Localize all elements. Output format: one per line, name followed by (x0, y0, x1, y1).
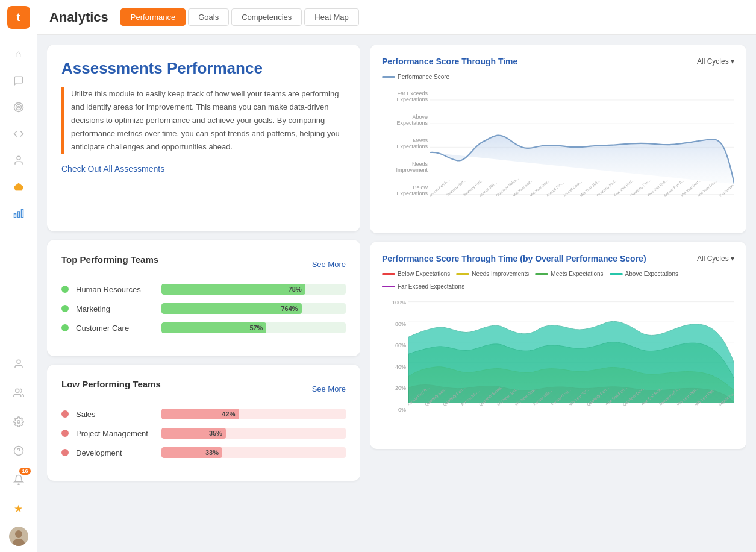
right-column: Performance Score Through Time All Cycle… (370, 45, 746, 542)
tab-heatmap[interactable]: Heat Map (304, 8, 358, 26)
low-teams-header: Low Performing Teams See More (61, 379, 346, 399)
chart2-legend: Below Expectations Needs Improvements Me… (382, 271, 734, 290)
top-teams-header: Top Performing Teams See More (61, 254, 346, 274)
low-teams-see-more[interactable]: See More (312, 384, 346, 394)
user-avatar[interactable] (9, 527, 28, 546)
team-mgmt-icon[interactable] (8, 382, 30, 404)
team-dot-pm (61, 430, 69, 437)
y-label-above: AboveExpectations (382, 114, 428, 127)
legend-below-label: Below Expectations (398, 271, 450, 277)
header: Analytics Performance Goals Competencies… (37, 0, 756, 35)
low-teams-card: Low Performing Teams See More Sales 42% … (47, 365, 360, 481)
svg-point-1 (16, 105, 21, 110)
legend-item-meets: Meets Expectations (535, 271, 603, 277)
y2-label-40: 40% (382, 364, 406, 370)
y2-label-0: 0% (382, 407, 406, 413)
notifications-icon[interactable]: 16 (8, 469, 30, 491)
chart1-legend: Performance Score (382, 74, 734, 80)
user-profile-icon[interactable] (8, 353, 30, 375)
chart2-area: 100% 80% 60% 40% 20% 0% (382, 296, 734, 437)
progress-label-mkt: 764% (281, 305, 298, 312)
top-teams-card: Top Performing Teams See More Human Reso… (47, 240, 360, 356)
progress-bg-hr: 78% (161, 284, 346, 295)
low-teams-title: Low Performing Teams (61, 379, 161, 389)
legend-below-line (382, 273, 395, 275)
team-dot-mkt (61, 305, 69, 312)
top-teams-title: Top Performing Teams (61, 254, 158, 265)
legend-above-label: Above Expectations (625, 271, 678, 277)
chart1-area: Far ExceedsExpectations AboveExpectation… (382, 86, 734, 221)
y2-label-100: 100% (382, 300, 406, 306)
team-name-hr: Human Resources (76, 285, 154, 294)
progress-bg-mkt: 764% (161, 303, 346, 314)
svg-rect-7 (17, 212, 19, 218)
legend-item-below: Below Expectations (382, 271, 450, 277)
tab-competencies[interactable]: Competencies (231, 8, 302, 26)
team-row: Project Management 35% (61, 428, 346, 439)
top-teams-see-more[interactable]: See More (312, 260, 346, 269)
legend-item-needs: Needs Improvements (456, 271, 529, 277)
progress-fill-dev: 33% (161, 447, 222, 458)
y2-label-80: 80% (382, 321, 406, 327)
chart2-title: Performance Score Through Time (by Overa… (382, 254, 646, 263)
chat-icon[interactable] (8, 70, 30, 92)
progress-fill-pm: 35% (161, 428, 226, 439)
team-row: Human Resources 78% (61, 284, 346, 295)
chart2-filter[interactable]: All Cycles ▾ (697, 254, 734, 263)
tab-goals[interactable]: Goals (188, 8, 229, 26)
check-out-link[interactable]: Check Out All Assessments (61, 164, 164, 174)
notification-count: 16 (19, 468, 30, 475)
app-logo[interactable]: t (7, 6, 30, 29)
progress-fill-hr: 78% (161, 284, 305, 295)
y2-label-20: 20% (382, 385, 406, 391)
assessments-title: Assessments Performance (61, 59, 346, 78)
help-icon[interactable] (8, 440, 30, 462)
chart1-filter[interactable]: All Cycles ▾ (697, 57, 734, 66)
team-name-pm: Project Management (76, 429, 154, 438)
progress-bg-dev: 33% (161, 447, 346, 458)
chart1-svg-wrapper: Annual Perf R... Quarterly Self... Quart… (430, 86, 734, 221)
people-icon[interactable] (8, 149, 30, 171)
chart1-title: Performance Score Through Time (382, 57, 517, 66)
progress-bg-pm: 35% (161, 428, 346, 439)
team-row: Marketing 764% (61, 303, 346, 314)
team-row: Customer Care 57% (61, 322, 346, 333)
progress-bg-cc: 57% (161, 322, 346, 333)
progress-label-cc: 57% (249, 324, 263, 331)
content-area: Assessments Performance Utilize this mod… (37, 35, 756, 552)
legend-item-score: Performance Score (382, 74, 449, 80)
code-icon[interactable] (8, 123, 30, 145)
progress-fill-sales: 42% (161, 409, 239, 419)
legend-item-far-exceed: Far Exceed Expectations (382, 283, 464, 290)
settings-icon[interactable] (8, 411, 30, 433)
team-dot-cc (61, 324, 69, 331)
favorite-star-icon[interactable]: ★ (8, 498, 30, 519)
team-row: Development 33% (61, 447, 346, 458)
sidebar: t ⌂ 16 ★ (0, 0, 37, 552)
y-label-needs: NeedsImprovement (382, 162, 428, 174)
target-icon[interactable] (8, 96, 30, 118)
chart1-svg: Annual Perf R... Quarterly Self... Quart… (430, 86, 734, 219)
legend-needs-label: Needs Improvements (472, 271, 529, 277)
chart2-header: Performance Score Through Time (by Overa… (382, 254, 734, 263)
analytics-icon[interactable] (8, 202, 30, 224)
team-name-dev: Development (76, 448, 154, 457)
team-dot-hr (61, 286, 69, 293)
y-label-meets: MeetsExpectations (382, 138, 428, 150)
legend-far-line (382, 286, 395, 287)
svg-rect-6 (21, 209, 23, 218)
crown-icon[interactable] (8, 176, 30, 198)
svg-point-3 (17, 156, 20, 160)
y-label-far-exceeds: Far ExceedsExpectations (382, 91, 428, 103)
tab-performance[interactable]: Performance (120, 8, 186, 26)
chart1-y-labels: Far ExceedsExpectations AboveExpectation… (382, 86, 430, 221)
svg-rect-8 (14, 214, 16, 218)
chart2-svg: Annual Perf R... Quarterly Self... Quart… (408, 296, 734, 434)
team-name-mkt: Marketing (76, 304, 154, 313)
team-name-sales: Sales (76, 410, 154, 419)
progress-label-dev: 33% (205, 449, 219, 456)
legend-above-line (610, 273, 623, 275)
home-icon[interactable]: ⌂ (8, 43, 30, 65)
assessments-description: Utilize this module to easily keep track… (71, 87, 346, 154)
main-content: Analytics Performance Goals Competencies… (37, 0, 756, 552)
